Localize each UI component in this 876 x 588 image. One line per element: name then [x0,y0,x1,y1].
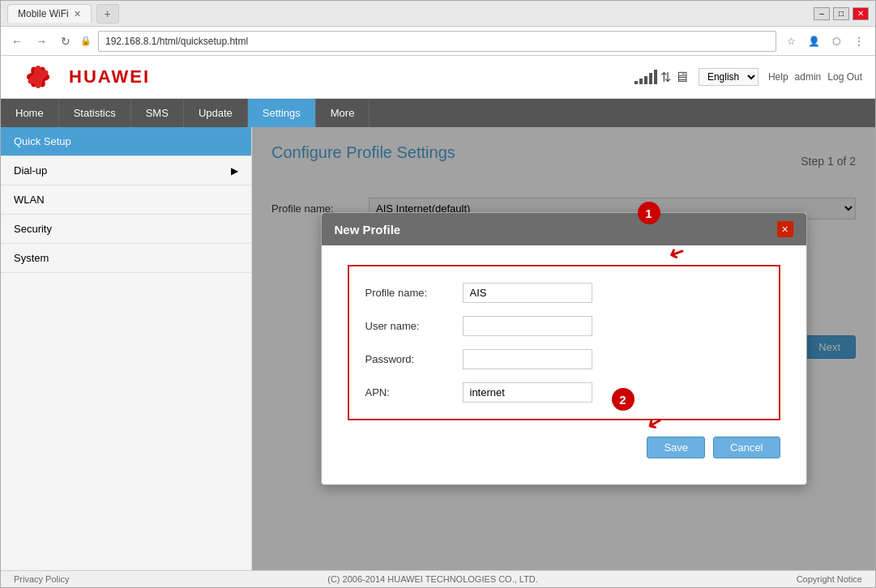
address-bar: ← → ↻ 🔒 ☆ 👤 ⬡ ⋮ [1,27,875,56]
browser-tab[interactable]: Mobile WiFi ✕ [7,4,92,23]
password-input[interactable] [463,349,592,369]
nav-settings[interactable]: Settings [248,99,316,127]
bar4 [649,73,652,84]
top-right-controls: ⇅ 🖥 English Help admin Log Out [635,68,862,86]
security-icon: 🔒 [80,36,92,46]
modal-actions: Save Cancel [348,437,780,465]
nav-sms[interactable]: SMS [131,99,184,127]
bar5 [654,70,657,84]
profile-name-input[interactable] [463,283,592,303]
sidebar-item-dialup[interactable]: Dial-up ▶ [1,156,251,185]
logo: HUAWEI [14,61,150,93]
content-area: Quick Setup Dial-up ▶ WLAN Security Syst… [1,127,875,570]
username-row: User name: [365,316,763,336]
nav-more[interactable]: More [316,99,370,127]
modal-close-button[interactable]: × [777,221,793,237]
modal-title: New Profile [335,223,401,236]
footer: Privacy Policy (C) 2006-2014 HUAWEI TECH… [1,570,875,587]
username-field-label: User name: [365,320,463,332]
title-bar: Mobile WiFi ✕ + – □ ✕ [1,1,875,27]
privacy-policy-link[interactable]: Privacy Policy [14,574,69,584]
window-controls: – □ ✕ [814,7,869,20]
main-content: Configure Profile Settings Step 1 of 2 P… [252,127,875,570]
new-profile-modal: 1 ➜ New Profile × Profile name: [321,212,807,485]
signal-bars-icon [635,70,657,84]
sidebar-label-wlan: WLAN [14,194,45,206]
sidebar-item-wlan[interactable]: WLAN [1,185,251,215]
logo-text: HUAWEI [69,66,150,87]
forward-button[interactable]: → [32,32,51,51]
profile-name-row: Profile name: [365,283,763,303]
annotation-2: 2 [612,388,635,411]
chevron-right-icon: ▶ [231,165,238,177]
top-links: Help admin Log Out [768,71,862,83]
modal-body: Profile name: User name: Password: [322,245,806,484]
top-bar: HUAWEI ⇅ 🖥 English [1,56,875,99]
sidebar: Quick Setup Dial-up ▶ WLAN Security Syst… [1,127,252,570]
help-link[interactable]: Help [768,71,788,83]
tab-title: Mobile WiFi [18,8,69,19]
bar2 [639,79,643,84]
sidebar-label-security: Security [14,223,52,235]
address-icons: ☆ 👤 ⬡ ⋮ [781,32,869,51]
tab-close-icon[interactable]: ✕ [74,9,81,19]
sidebar-item-quicksetup[interactable]: Quick Setup [1,127,251,156]
monitor-icon: 🖥 [674,69,689,86]
tab-bar: Mobile WiFi ✕ + [7,4,814,23]
extension-icon[interactable]: ⬡ [827,32,846,51]
sidebar-item-system[interactable]: System [1,244,251,273]
close-button[interactable]: ✕ [852,7,869,20]
copyright-notice-link[interactable]: Copyright Notice [797,574,862,584]
updown-icon: ⇅ [660,70,671,85]
apn-row: APN: [365,382,763,403]
bookmark-icon[interactable]: ☆ [781,32,801,51]
sidebar-label-quicksetup: Quick Setup [14,135,71,147]
nav-statistics[interactable]: Statistics [59,99,131,127]
sidebar-label-system: System [14,252,49,264]
reload-button[interactable]: ↻ [56,32,75,51]
annotation-1: 1 [638,202,660,224]
save-button[interactable]: Save [647,437,705,458]
modal-overlay: 1 ➜ New Profile × Profile name: [252,127,875,570]
copyright-text: (C) 2006-2014 HUAWEI TECHNOLOGIES CO., L… [327,574,538,584]
minimize-button[interactable]: – [814,7,830,20]
password-field-label: Password: [365,353,463,365]
main-nav: Home Statistics SMS Update Settings More [1,99,875,127]
address-input[interactable] [98,31,776,52]
signal-section: ⇅ 🖥 [635,69,689,86]
username-input[interactable] [463,316,592,336]
huawei-logo-icon [14,61,62,93]
new-tab-button[interactable]: + [96,4,119,23]
password-row: Password: [365,349,763,369]
profile-name-field-label: Profile name: [365,287,463,299]
sidebar-label-dialup: Dial-up [14,164,47,177]
language-select[interactable]: English [699,68,758,86]
logout-link[interactable]: Log Out [827,71,862,83]
nav-home[interactable]: Home [1,99,59,127]
page: HUAWEI ⇅ 🖥 English [1,56,875,587]
form-section: Profile name: User name: Password: [348,265,780,420]
maximize-button[interactable]: □ [833,7,849,20]
modal-header: New Profile × [322,213,806,245]
bar3 [644,76,647,84]
profile-icon[interactable]: 👤 [804,32,823,51]
nav-update[interactable]: Update [184,99,248,127]
apn-input[interactable] [463,382,592,403]
back-button[interactable]: ← [7,32,27,51]
bar1 [635,81,638,84]
admin-label: admin [795,71,822,83]
apn-field-label: APN: [365,386,463,398]
sidebar-item-security[interactable]: Security [1,215,251,244]
cancel-button[interactable]: Cancel [713,437,780,458]
menu-icon[interactable]: ⋮ [849,32,869,51]
